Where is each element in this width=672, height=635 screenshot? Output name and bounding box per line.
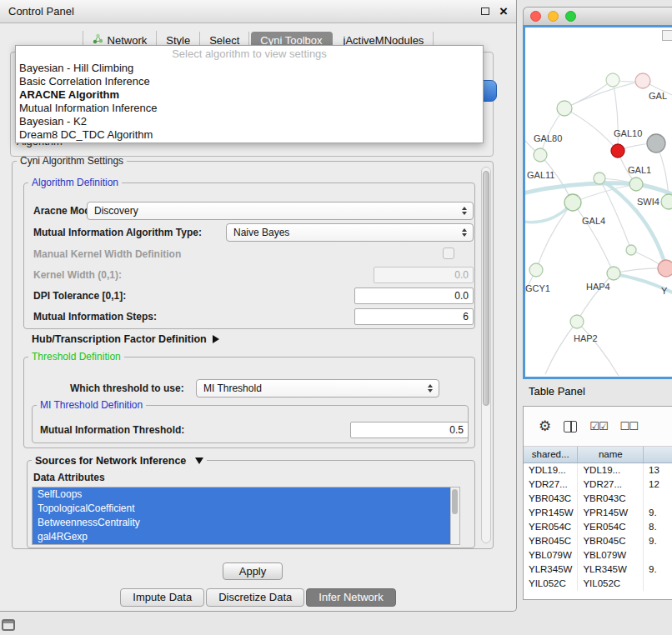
table-row[interactable]: YBR045CYBR045C9. — [524, 534, 672, 548]
bottom-tab-infer-network[interactable]: Infer Network — [306, 588, 395, 607]
table-row[interactable]: YIL052CYIL052C — [524, 577, 672, 591]
table-cell[interactable]: YDR27... — [524, 478, 578, 492]
algorithm-option-aracne-algorithm[interactable]: ARACNE Algorithm — [16, 88, 483, 102]
table-cell[interactable]: YBR045C — [524, 534, 578, 548]
network-node-unlabeled[interactable] — [626, 245, 636, 255]
gear-icon[interactable]: ⚙ — [539, 419, 551, 433]
table-row[interactable]: YDL19...YDL19...13 — [524, 463, 672, 478]
table-cell[interactable] — [644, 577, 672, 591]
network-edge[interactable] — [564, 80, 613, 108]
select-all-checkboxes-icon[interactable]: ☑☑ — [589, 420, 607, 432]
table-cell[interactable] — [644, 492, 672, 506]
table-cell[interactable]: YIL052C — [524, 577, 578, 591]
which-threshold-select[interactable]: MI Threshold — [196, 379, 439, 398]
network-node-hap4[interactable] — [607, 267, 620, 280]
table-cell[interactable]: YER054C — [578, 520, 644, 534]
network-node-hap2[interactable] — [570, 315, 584, 328]
table-row[interactable]: YBR043CYBR043C — [524, 492, 672, 506]
network-edge[interactable] — [577, 273, 614, 322]
table-cell[interactable]: 8. — [644, 520, 672, 534]
algorithm-option-basic-correlation-inference[interactable]: Basic Correlation Inference — [16, 75, 483, 88]
bottom-tab-impute-data[interactable]: Impute Data — [120, 588, 204, 607]
canvas-corner-tool-icon[interactable] — [662, 30, 672, 41]
close-traffic-light-icon[interactable] — [530, 11, 541, 22]
settings-scrollbar[interactable] — [481, 167, 491, 543]
table-row[interactable]: YBL079WYBL079W — [524, 548, 672, 562]
algorithm-option-bayesian-hill-climbing[interactable]: Bayesian - Hill Climbing — [16, 62, 483, 75]
dpi-tolerance-field[interactable] — [354, 288, 474, 304]
table-cell[interactable]: YBL079W — [524, 548, 578, 562]
mi-threshold-field[interactable] — [350, 422, 469, 438]
data-attribute-gal4rgexp[interactable]: gal4RGexp — [33, 530, 450, 544]
column-header-name[interactable]: name — [578, 447, 644, 462]
network-edge[interactable] — [613, 80, 618, 151]
column-header-shared[interactable]: shared... — [524, 447, 578, 462]
algorithm-option-dream8-dc-tdc-algorithm[interactable]: Dream8 DC_TDC Algorithm — [16, 128, 483, 142]
table-cell[interactable]: YIL052C — [578, 577, 644, 591]
network-node-y[interactable] — [658, 260, 672, 277]
network-edge[interactable] — [564, 108, 618, 151]
network-edge[interactable] — [573, 202, 614, 273]
network-canvas[interactable]: GAL80GALGAL10GAL11GAL1SWI4GAL4GCY1HAP4YH… — [523, 25, 672, 379]
manual-kernel-checkbox[interactable] — [443, 248, 454, 259]
sources-disclosure[interactable]: Sources for Network Inference — [32, 455, 207, 467]
network-node-gal80[interactable] — [557, 101, 572, 116]
table-cell[interactable] — [644, 548, 672, 562]
network-edge[interactable] — [536, 202, 573, 270]
network-node-unlabeled[interactable] — [594, 172, 605, 184]
table-cell[interactable]: 13 — [644, 463, 672, 478]
data-attribute-selfloops[interactable]: SelfLoops — [33, 488, 450, 502]
list-scrollbar-thumb[interactable] — [452, 489, 458, 514]
algorithm-option-mutual-information-inference[interactable]: Mutual Information Inference — [16, 102, 483, 115]
zoom-traffic-light-icon[interactable] — [565, 11, 576, 22]
network-node-gal4[interactable] — [564, 194, 581, 211]
mi-type-select[interactable]: Naive Bayes — [226, 223, 474, 242]
table-cell[interactable]: 9. — [644, 562, 672, 577]
data-attribute-topologicalcoefficient[interactable]: TopologicalCoefficient — [33, 502, 450, 516]
table-cell[interactable]: YER054C — [524, 520, 578, 534]
table-cell[interactable]: YPR145W — [524, 506, 578, 520]
network-edge[interactable] — [577, 322, 619, 376]
hub-definition-disclosure[interactable]: Hub/Transcription Factor Definition — [32, 333, 219, 345]
table-cell[interactable]: YPR145W — [578, 506, 644, 520]
network-node-gcy1[interactable] — [529, 263, 543, 277]
data-attribute-betweennesscentrality[interactable]: BetweennessCentrality — [33, 516, 450, 530]
network-node-gal11[interactable] — [534, 148, 547, 162]
settings-scrollbar-thumb[interactable] — [483, 171, 489, 406]
bottom-tab-discretize-data[interactable]: Discretize Data — [206, 588, 304, 607]
apply-button[interactable]: Apply — [223, 562, 283, 580]
table-cell[interactable]: 12 — [644, 478, 672, 492]
list-scrollbar[interactable] — [450, 488, 459, 544]
table-cell[interactable]: 9. — [644, 534, 672, 548]
table-cell[interactable]: YDL19... — [578, 463, 644, 478]
table-cell[interactable]: 9. — [644, 506, 672, 520]
table-row[interactable]: YPR145WYPR145W9. — [524, 506, 672, 520]
table-cell[interactable]: YBL079W — [578, 548, 644, 562]
network-node-swi4[interactable] — [661, 194, 672, 209]
float-window-icon[interactable] — [481, 8, 489, 15]
network-node-unlabeled[interactable] — [647, 134, 665, 152]
table-row[interactable]: YER054CYER054C8. — [524, 520, 672, 534]
network-node-unlabeled[interactable] — [635, 73, 650, 88]
network-edge[interactable] — [564, 81, 643, 108]
table-cell[interactable]: YBR045C — [578, 534, 644, 548]
network-node-gal1[interactable] — [629, 178, 643, 191]
table-cell[interactable]: YDR27... — [578, 478, 644, 492]
table-cell[interactable]: YBR043C — [524, 492, 578, 506]
table-row[interactable]: YDR27...YDR27...12 — [524, 478, 672, 492]
network-node-gal10[interactable] — [611, 144, 624, 158]
aracne-mode-select[interactable]: Discovery — [87, 202, 474, 220]
table-cell[interactable]: YBR043C — [578, 492, 644, 506]
deselect-all-checkboxes-icon[interactable]: ☐☐ — [620, 420, 638, 432]
mi-steps-field[interactable] — [354, 308, 474, 325]
minimize-traffic-light-icon[interactable] — [548, 11, 559, 22]
columns-icon[interactable] — [564, 421, 577, 432]
algorithm-option-bayesian-k2[interactable]: Bayesian - K2 — [16, 115, 483, 128]
table-cell[interactable]: YDL19... — [524, 463, 578, 478]
table-row[interactable]: YLR345WYLR345W9. — [524, 562, 672, 577]
table-cell[interactable]: YLR345W — [578, 562, 644, 577]
kernel-width-field[interactable] — [374, 267, 474, 283]
network-node-unlabeled[interactable] — [606, 73, 619, 87]
network-edge[interactable] — [545, 322, 577, 374]
minimized-panel-icon[interactable] — [2, 619, 15, 631]
